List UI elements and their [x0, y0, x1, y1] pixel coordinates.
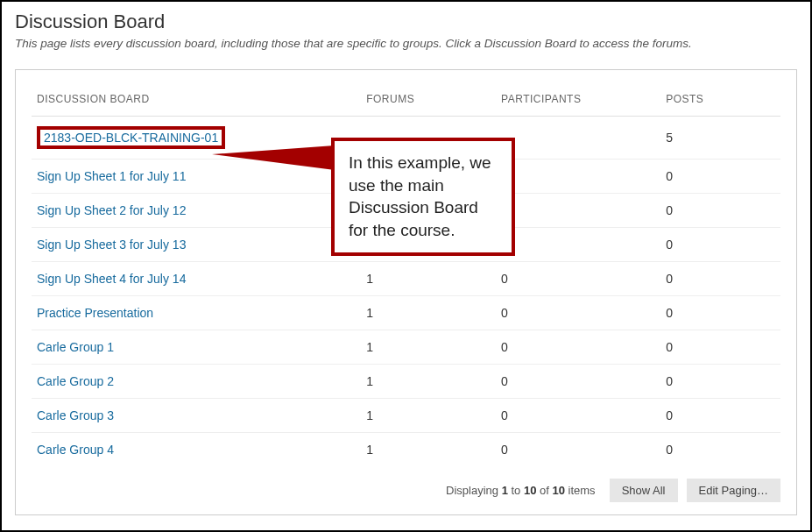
- cell-participants: 0: [496, 433, 660, 467]
- cell-participants: 0: [496, 399, 660, 433]
- column-header-participants: PARTICIPANTS: [496, 86, 660, 117]
- discussion-board-link[interactable]: Sign Up Sheet 3 for July 13: [37, 238, 186, 252]
- discussion-board-link[interactable]: Sign Up Sheet 4 for July 14: [37, 272, 186, 286]
- cell-participants: 0: [496, 262, 660, 296]
- cell-posts: 0: [660, 433, 780, 467]
- page-description: This page lists every discussion board, …: [15, 37, 797, 50]
- column-header-board: DISCUSSION BOARD: [32, 86, 361, 117]
- column-header-forums: FORUMS: [361, 86, 496, 117]
- table-row: Carle Group 3100: [32, 399, 780, 433]
- cell-posts: 0: [660, 160, 780, 194]
- discussion-board-link[interactable]: Carle Group 3: [37, 408, 114, 422]
- table-row: Carle Group 2100: [32, 365, 780, 399]
- discussion-board-panel: DISCUSSION BOARD FORUMS PARTICIPANTS POS…: [15, 69, 797, 515]
- show-all-button[interactable]: Show All: [610, 479, 678, 502]
- discussion-board-link[interactable]: Carle Group 2: [37, 374, 114, 388]
- discussion-board-link[interactable]: Carle Group 1: [37, 340, 114, 354]
- cell-forums: 1: [361, 399, 496, 433]
- table-footer: Displaying 1 to 10 of 10 items Show All …: [32, 466, 780, 502]
- table-row: Carle Group 4100: [32, 433, 780, 467]
- cell-forums: 1: [361, 433, 496, 467]
- cell-participants: [496, 160, 660, 194]
- cell-participants: 0: [496, 296, 660, 330]
- cell-posts: 0: [660, 399, 780, 433]
- highlight-box: 2183-OED-BLCK-TRAINING-01: [37, 126, 225, 149]
- annotation-callout: In this example, we use the main Discuss…: [331, 138, 515, 256]
- discussion-board-link[interactable]: Practice Presentation: [37, 306, 153, 320]
- discussion-board-link[interactable]: 2183-OED-BLCK-TRAINING-01: [44, 131, 218, 145]
- table-row: Practice Presentation100: [32, 296, 780, 330]
- cell-posts: 0: [660, 194, 780, 228]
- cell-forums: 1: [361, 296, 496, 330]
- cell-participants: 0: [496, 330, 660, 365]
- edit-paging-button[interactable]: Edit Paging…: [687, 479, 781, 502]
- cell-participants: 0: [496, 228, 660, 262]
- page-title: Discussion Board: [15, 11, 797, 33]
- cell-posts: 0: [660, 228, 780, 262]
- cell-forums: 1: [361, 262, 496, 296]
- paging-status: Displaying 1 to 10 of 10 items: [446, 484, 596, 497]
- cell-participants: 0: [496, 365, 660, 399]
- cell-posts: 0: [660, 262, 780, 296]
- cell-posts: 0: [660, 296, 780, 330]
- discussion-board-link[interactable]: Sign Up Sheet 2 for July 12: [37, 203, 186, 217]
- cell-participants: [496, 194, 660, 228]
- annotation-text: In this example, we use the main Discuss…: [349, 153, 491, 239]
- table-row: Carle Group 1100: [32, 330, 780, 365]
- cell-forums: 1: [361, 330, 496, 365]
- cell-forums: 1: [361, 365, 496, 399]
- cell-posts: 0: [660, 365, 780, 399]
- discussion-board-link[interactable]: Sign Up Sheet 1 for July 11: [37, 169, 186, 183]
- discussion-board-link[interactable]: Carle Group 4: [37, 443, 114, 457]
- column-header-posts: POSTS: [660, 86, 780, 117]
- table-row: Sign Up Sheet 4 for July 14100: [32, 262, 780, 296]
- cell-participants: [496, 117, 660, 160]
- cell-posts: 0: [660, 330, 780, 365]
- cell-posts: 5: [660, 117, 780, 160]
